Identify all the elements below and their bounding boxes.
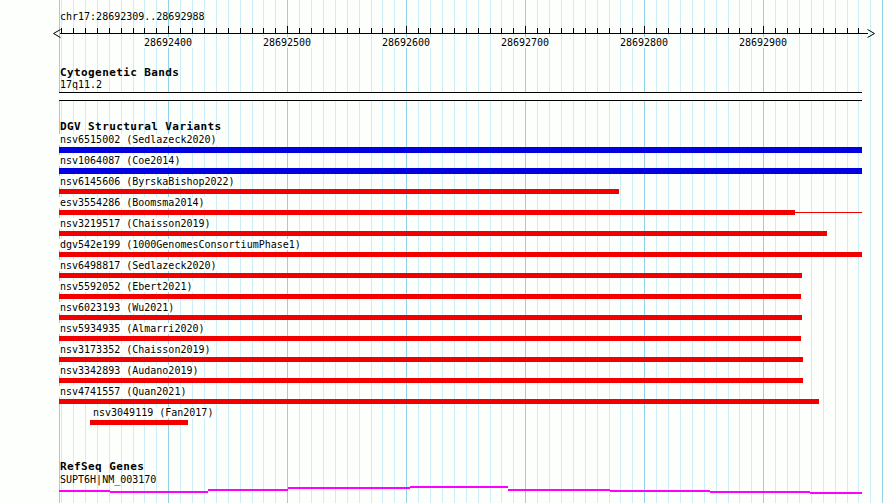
axis-tick	[287, 26, 288, 33]
variant-bar[interactable]	[59, 336, 801, 341]
variant-bar[interactable]	[59, 231, 827, 236]
axis-tick	[418, 28, 419, 33]
axis-tick	[668, 28, 669, 33]
axis-tick	[216, 28, 217, 33]
variant-bar[interactable]	[90, 420, 188, 425]
variant-bar[interactable]	[59, 399, 819, 404]
axis-tick	[680, 28, 681, 33]
axis-tick	[823, 28, 824, 33]
axis-tick	[585, 28, 586, 33]
axis-tick	[609, 28, 610, 33]
axis-tick	[394, 28, 395, 33]
variant-label[interactable]: nsv3219517 (Chaisson2019)	[59, 218, 212, 229]
axis-tick	[144, 28, 145, 33]
axis-tick	[704, 28, 705, 33]
variant-label[interactable]: dgv542e199 (1000GenomesConsortiumPhase1)	[59, 239, 302, 250]
axis-tick	[632, 28, 633, 33]
variant-label[interactable]: nsv3342893 (Audano2019)	[59, 365, 199, 376]
axis-tick	[573, 28, 574, 33]
refseq-gene-line-segment[interactable]	[288, 487, 410, 489]
refseq-gene-label[interactable]: SUPT6H|NM_003170	[59, 474, 157, 485]
axis-tick	[478, 28, 479, 33]
variant-bar[interactable]	[59, 273, 802, 278]
axis-tick	[61, 28, 62, 33]
axis-tick	[692, 28, 693, 33]
variant-label[interactable]: nsv3049119 (Fan2017)	[92, 407, 214, 418]
axis-tick	[192, 28, 193, 33]
refseq-gene-line-segment[interactable]	[810, 492, 862, 494]
cytoband-label[interactable]: 17q11.2	[59, 79, 103, 90]
variant-bar[interactable]	[59, 210, 795, 215]
variant-label[interactable]: nsv3173352 (Chaisson2019)	[59, 344, 212, 355]
variant-label[interactable]: nsv4741557 (Quan2021)	[59, 386, 187, 397]
ruler-tick-label: 28692600	[381, 37, 431, 48]
axis-tick	[811, 28, 812, 33]
refseq-gene-line-segment[interactable]	[610, 490, 710, 492]
variant-bar[interactable]	[59, 168, 862, 174]
axis-tick	[561, 28, 562, 33]
axis-arrow-right-icon	[867, 29, 875, 38]
axis-tick	[347, 28, 348, 33]
variant-bar[interactable]	[59, 357, 803, 362]
axis-tick	[525, 26, 526, 33]
genome-browser-view: chr17:28692309..28692988 286924002869250…	[0, 0, 890, 503]
cytoband-track-title: Cytogenetic Bands	[59, 67, 180, 78]
refseq-gene-line-segment[interactable]	[59, 490, 110, 492]
axis-tick	[751, 28, 752, 33]
ruler-tick-label: 28692400	[143, 37, 193, 48]
ruler-tick-label: 28692800	[619, 37, 669, 48]
axis-tick	[835, 28, 836, 33]
variant-label[interactable]: nsv6023193 (Wu2021)	[59, 302, 175, 313]
axis-tick	[133, 28, 134, 33]
variant-label[interactable]: nsv5934935 (Almarri2020)	[59, 323, 206, 334]
variant-bar-thin-extension[interactable]	[795, 212, 862, 213]
variant-label[interactable]: esv3554286 (Boomsma2014)	[59, 197, 206, 208]
variant-bar[interactable]	[59, 252, 862, 257]
refseq-gene-line-segment[interactable]	[710, 491, 810, 493]
variant-label[interactable]: nsv5592052 (Ebert2021)	[59, 281, 193, 292]
axis-tick	[466, 28, 467, 33]
axis-tick	[168, 26, 169, 33]
axis-tick	[335, 28, 336, 33]
axis-line	[60, 33, 868, 34]
axis-tick	[371, 28, 372, 33]
variant-bar[interactable]	[59, 147, 862, 153]
axis-tick	[787, 28, 788, 33]
axis-tick	[739, 28, 740, 33]
axis-tick	[156, 28, 157, 33]
axis-tick	[513, 28, 514, 33]
axis-tick	[442, 28, 443, 33]
variant-label[interactable]: nsv1064087 (Coe2014)	[59, 155, 181, 166]
axis-tick	[763, 26, 764, 33]
variant-bar[interactable]	[59, 189, 619, 194]
axis-tick	[620, 28, 621, 33]
axis-tick	[382, 28, 383, 33]
axis-tick	[728, 28, 729, 33]
axis-tick	[799, 28, 800, 33]
refseq-gene-line-segment[interactable]	[508, 489, 610, 491]
axis-tick	[121, 28, 122, 33]
refseq-gene-line-segment[interactable]	[208, 489, 288, 491]
refseq-track-title: RefSeq Genes	[59, 461, 145, 472]
ruler-tick-label: 28692700	[500, 37, 550, 48]
axis-tick	[240, 28, 241, 33]
axis-tick	[180, 28, 181, 33]
axis-tick	[501, 28, 502, 33]
refseq-gene-line-segment[interactable]	[110, 491, 208, 493]
axis-tick	[359, 28, 360, 33]
variant-label[interactable]: nsv6498817 (Sedlazeck2020)	[59, 260, 218, 271]
axis-tick	[311, 28, 312, 33]
cytoband-glyph[interactable]	[59, 92, 862, 101]
variant-bar[interactable]	[59, 378, 803, 383]
axis-tick	[549, 28, 550, 33]
variant-label[interactable]: nsv6145606 (ByrskaBishop2022)	[59, 176, 236, 187]
axis-tick	[406, 26, 407, 33]
refseq-gene-line-segment[interactable]	[410, 486, 508, 488]
axis-tick	[275, 28, 276, 33]
variant-bar[interactable]	[59, 294, 801, 299]
axis-tick	[263, 28, 264, 33]
variant-label[interactable]: nsv6515002 (Sedlazeck2020)	[59, 134, 218, 145]
variant-bar[interactable]	[59, 315, 802, 320]
axis-tick	[597, 28, 598, 33]
axis-tick	[716, 28, 717, 33]
